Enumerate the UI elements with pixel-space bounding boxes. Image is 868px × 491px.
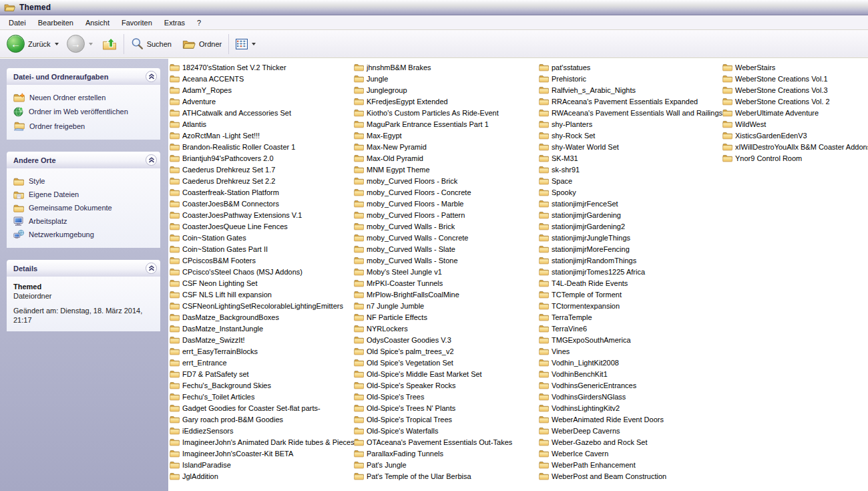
place-style[interactable]: Style [13,174,156,188]
folder-item[interactable]: moby_Curved Walls - Slate [353,243,537,255]
folder-item[interactable]: WeberStairs [721,61,868,73]
folder-item[interactable]: CSF NLS Lift hill expansion [168,289,353,300]
folder-item[interactable]: jhnshmB&M Brakes [353,61,537,73]
forward-dropdown-caret-icon[interactable] [89,43,93,45]
folder-item[interactable]: Gadget Goodies for Coaster Set-flat part… [168,402,353,414]
place-my-documents[interactable]: Eigene Dateien [13,188,156,201]
views-button[interactable] [233,37,258,51]
folder-item[interactable]: Ralfvieh_s_Arabic_Nights [537,84,721,96]
folder-item[interactable]: iEddiezSensors [168,425,353,436]
folder-item[interactable]: WeberStone Creations Vol.3 [721,84,868,96]
folder-item[interactable]: OdysCoaster Goodies V.3 [353,334,537,345]
folder-item[interactable]: WeberStone Creations Vol.1 [721,73,868,84]
folder-item[interactable]: moby_Curved Floors - Marble [353,198,537,209]
folder-item[interactable]: OTAceana's Pavement Essentials Out-Takes [353,436,537,448]
folder-item[interactable]: Spooky [537,186,721,198]
folder-item[interactable]: CPcisco'sSteel Chaos (MSJ Addons) [168,266,353,277]
folder-item[interactable]: DasMatze_InstantJungle [168,323,353,334]
folder-item[interactable]: AdamY_Ropes [168,84,353,96]
folder-item[interactable]: CSFNeonLightingSetRecolorableLightingEmi… [168,300,353,311]
up-button[interactable] [99,35,120,52]
menu-bearbeiten[interactable]: Bearbeiten [32,17,79,29]
folder-item[interactable]: CoasterJoesB&M Connectors [168,198,353,209]
folder-item[interactable]: ImagineerJohn'sCoaster-Kit BETA [168,448,353,459]
folder-item[interactable]: moby_Curved Floors - Pattern [353,209,537,220]
folder-item[interactable]: Pat's Jungle [353,459,537,470]
folder-item[interactable]: shy-Rock Set [537,130,721,141]
folder-item[interactable]: Vodhin_LightKit2008 [537,357,721,368]
menu-datei[interactable]: Datei [3,17,32,29]
folder-item[interactable]: MNM Egypt Theme [353,164,537,175]
folder-item[interactable]: n7 Jungle Jumble [353,300,537,311]
menu-hilfe[interactable]: ? [191,17,207,29]
folder-item[interactable]: Coasterfreak-Station Platform [168,186,353,198]
folder-item[interactable]: Adventure [168,96,353,107]
folder-item[interactable]: Jungle [353,73,537,84]
back-button[interactable]: ← Zurück [4,33,61,55]
folder-item[interactable]: Prehistoric [537,73,721,84]
folder-item[interactable]: stationjimjrGardening2 [537,220,721,232]
folder-item[interactable]: Junglegroup [353,84,537,96]
collapse-chevron-icon[interactable] [146,263,157,274]
folder-item[interactable]: Briantjuh94'sPathcovers 2.0 [168,152,353,164]
folder-item[interactable]: WeberPath Enhancement [537,459,721,470]
place-shared-documents[interactable]: Gemeinsame Dokumente [13,201,156,214]
folder-item[interactable]: RRAceana's Pavement Essentials Expanded [537,96,721,107]
folder-item[interactable]: DasMatze_BackgroundBoxes [168,311,353,323]
folder-item[interactable]: Atlantis [168,118,353,130]
folder-item[interactable]: ImagineerJohn's Animated Dark Ride tubes… [168,436,353,448]
folder-item[interactable]: stationjimjrRandomThings [537,255,721,266]
folder-item[interactable]: xIWillDestroYouAllx B&M Coaster Addons [721,141,868,152]
task-publish-folder-web[interactable]: Ordner im Web veröffentlichen [13,104,156,119]
back-dropdown-caret-icon[interactable] [55,43,59,45]
folder-item[interactable]: Old-Spice's Waterfalls [353,425,537,436]
collapse-chevron-icon[interactable] [146,71,157,82]
folder-item[interactable]: Vines [537,345,721,357]
folder-item[interactable]: Kiotho's Custom Particles As Ride-Event [353,107,537,118]
folder-item[interactable]: Aceana ACCENTS [168,73,353,84]
folder-item[interactable]: WildWest [721,118,868,130]
folder-item[interactable]: TerraVine6 [537,323,721,334]
place-network[interactable]: Netzwerkumgebung [13,228,156,241]
folder-item[interactable]: Old-Spice's Trees N' Plants [353,402,537,414]
folder-item[interactable]: MrPKI-Coaster Tunnels [353,277,537,289]
folder-item[interactable]: Old-Spice's Speaker Rocks [353,379,537,391]
folder-item[interactable]: moby_Curved Walls - Concrete [353,232,537,243]
other-places-header[interactable]: Andere Orte [7,152,160,168]
folder-item[interactable]: Max-Old Pyramid [353,152,537,164]
folder-item[interactable]: AzoRctMan -Light Set!!! [168,130,353,141]
folder-item[interactable]: XisticsGardenEdenV3 [721,130,868,141]
folder-item[interactable]: CSF Neon Lighting Set [168,277,353,289]
folder-item[interactable]: 182470'sStation Set V.2 Thicker [168,61,353,73]
folder-item[interactable]: ParallaxFading Tunnels [353,448,537,459]
folder-item[interactable]: WeberUltimate Adventure [721,107,868,118]
folder-item[interactable]: TCtormentexpansion [537,300,721,311]
folder-item[interactable]: Old-Spice's Middle East Market Set [353,368,537,379]
folder-item[interactable]: Gary roach prod-B&M Goodies [168,414,353,425]
folder-item[interactable]: Coin~Station Gates [168,232,353,243]
folder-item[interactable]: VodhinsLightingKitv2 [537,402,721,414]
folder-item[interactable]: VodhinBenchKit1 [537,368,721,379]
folder-item[interactable]: MaguPark Entrance Essentials Part 1 [353,118,537,130]
folder-item[interactable]: Old Spice's Vegetation Set [353,357,537,368]
folder-item[interactable]: moby_Curved Floors - Concrete [353,186,537,198]
folder-item[interactable]: IslandParadise [168,459,353,470]
folder-item[interactable]: moby_Curved Floors - Brick [353,175,537,186]
menu-favoriten[interactable]: Favoriten [116,17,158,29]
folder-item[interactable]: shy-Planters [537,118,721,130]
folder-item[interactable]: Old-Spice's Trees [353,391,537,402]
file-folder-tasks-header[interactable]: Datei- und Ordneraufgaben [7,68,160,85]
folder-item[interactable]: Fechu's_Toilet Articles [168,391,353,402]
folder-item[interactable]: Pat's Temple of the Ular Berbisa [353,470,537,482]
folder-item[interactable]: Max-New Pyramid [353,141,537,152]
folder-item[interactable]: moby_Curved Walls - Stone [353,255,537,266]
details-header[interactable]: Details [7,260,160,277]
folder-item[interactable]: TMGExpoSouthAmerica [537,334,721,345]
folder-item[interactable]: shy-Water World Set [537,141,721,152]
folder-item[interactable]: moby_Curved Walls - Brick [353,220,537,232]
folder-item[interactable]: errt_Entrance [168,357,353,368]
folder-item[interactable]: KFredjesEgypt Extended [353,96,537,107]
collapse-chevron-icon[interactable] [146,154,157,166]
folder-item[interactable]: SK-M31 [537,152,721,164]
folder-item[interactable]: NYRLockers [353,323,537,334]
